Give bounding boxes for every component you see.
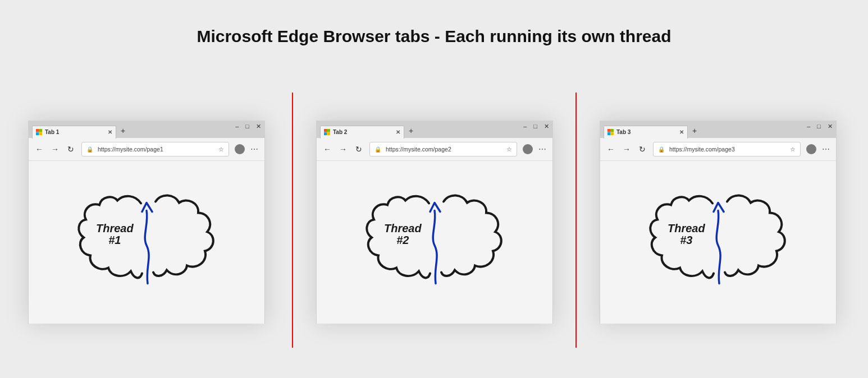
favorite-icon[interactable]: ☆ (506, 146, 512, 153)
back-button[interactable]: ← (34, 145, 44, 154)
url-text-3: https://mysite.com/page3 (669, 146, 790, 153)
maximize-button[interactable] (533, 123, 537, 130)
address-bar-2[interactable]: 🔒 https://mysite.com/page2 ☆ (369, 142, 517, 156)
toolbar-1: ← → ↻ 🔒 https://mysite.com/page1 ☆ ⋯ (29, 138, 264, 161)
address-bar-1[interactable]: 🔒 https://mysite.com/page1 ☆ (81, 142, 229, 156)
page-content-3: Thread#3 (600, 161, 836, 324)
maximize-button[interactable] (817, 123, 821, 130)
forward-button[interactable]: → (338, 145, 348, 154)
profile-avatar[interactable] (806, 144, 816, 154)
lock-icon: 🔒 (86, 146, 93, 153)
diagram-title: Microsoft Edge Browser tabs - Each runni… (0, 27, 868, 46)
new-tab-button[interactable]: + (692, 126, 697, 135)
page-content-1: Thread#1 (29, 161, 264, 324)
browser-window-1: Tab 1 ✕ + ← → ↻ 🔒 https://mysite.com/pag… (28, 121, 265, 324)
thread-cloud-illustration (645, 184, 791, 291)
diagram-stage: Tab 1 ✕ + ← → ↻ 🔒 https://mysite.com/pag… (0, 93, 868, 356)
refresh-button[interactable]: ↻ (637, 145, 647, 154)
close-tab-icon[interactable]: ✕ (679, 129, 684, 135)
back-button[interactable]: ← (322, 145, 332, 154)
close-window-button[interactable] (544, 123, 549, 130)
thread-label-1: Thread#1 (96, 223, 134, 246)
forward-button[interactable]: → (622, 145, 632, 154)
lock-icon: 🔒 (658, 146, 665, 153)
titlebar-1: Tab 1 ✕ + (29, 121, 264, 138)
refresh-button[interactable]: ↻ (66, 145, 76, 154)
browser-tab-2[interactable]: Tab 2 ✕ (320, 126, 404, 139)
browser-tab-1[interactable]: Tab 1 ✕ (32, 126, 116, 139)
forward-button[interactable]: → (50, 145, 60, 154)
new-tab-button[interactable]: + (121, 126, 125, 135)
toolbar-2: ← → ↻ 🔒 https://mysite.com/page2 ☆ ⋯ (317, 138, 552, 161)
close-window-button[interactable] (256, 123, 261, 130)
url-text-2: https://mysite.com/page2 (386, 146, 506, 153)
toolbar-3: ← → ↻ 🔒 https://mysite.com/page3 ☆ ⋯ (600, 138, 836, 161)
favorite-icon[interactable]: ☆ (218, 146, 224, 153)
browser-window-2: Tab 2 ✕ + ← → ↻ 🔒 https://mysite.com/pag… (316, 121, 553, 324)
window-controls-2 (523, 123, 549, 130)
favicon-icon (607, 129, 614, 135)
url-text-1: https://mysite.com/page1 (98, 146, 218, 153)
back-button[interactable]: ← (606, 145, 616, 154)
thread-label-3: Thread#3 (668, 223, 705, 246)
thread-cloud-illustration (362, 184, 508, 291)
tab-title-1: Tab 1 (45, 129, 108, 135)
window-controls-1 (235, 123, 261, 130)
window-controls-3 (807, 123, 833, 130)
browser-window-3: Tab 3 ✕ + ← → ↻ 🔒 https://mysite.com/pag… (600, 121, 837, 324)
tab-title-3: Tab 3 (616, 129, 679, 135)
titlebar-3: Tab 3 ✕ + (600, 121, 836, 138)
close-tab-icon[interactable]: ✕ (396, 129, 400, 135)
minimize-button[interactable] (523, 123, 527, 130)
favicon-icon (36, 129, 42, 135)
maximize-button[interactable] (245, 123, 249, 130)
profile-avatar[interactable] (523, 144, 533, 154)
thread-label-2: Thread#2 (384, 223, 422, 246)
browser-tab-3[interactable]: Tab 3 ✕ (604, 126, 688, 139)
refresh-button[interactable]: ↻ (354, 145, 364, 154)
more-menu-button[interactable]: ⋯ (250, 145, 259, 154)
divider-2 (575, 93, 577, 348)
thread-cloud-illustration (74, 184, 220, 291)
close-window-button[interactable] (828, 123, 833, 130)
more-menu-button[interactable]: ⋯ (538, 145, 547, 154)
minimize-button[interactable] (807, 123, 810, 130)
more-menu-button[interactable]: ⋯ (822, 145, 830, 154)
new-tab-button[interactable]: + (409, 126, 413, 135)
lock-icon: 🔒 (374, 146, 381, 153)
page-content-2: Thread#2 (317, 161, 552, 324)
tab-title-2: Tab 2 (333, 129, 396, 135)
minimize-button[interactable] (235, 123, 239, 130)
titlebar-2: Tab 2 ✕ + (317, 121, 552, 138)
close-tab-icon[interactable]: ✕ (108, 129, 112, 135)
favorite-icon[interactable]: ☆ (790, 146, 796, 153)
address-bar-3[interactable]: 🔒 https://mysite.com/page3 ☆ (653, 142, 801, 156)
divider-1 (292, 93, 293, 348)
favicon-icon (324, 129, 330, 135)
profile-avatar[interactable] (235, 144, 245, 154)
